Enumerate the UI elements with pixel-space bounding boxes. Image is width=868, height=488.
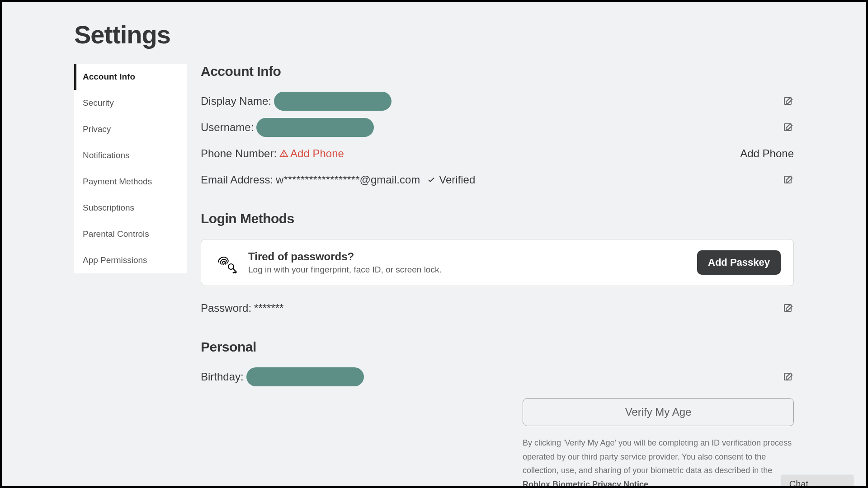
sidebar-item-parental-controls[interactable]: Parental Controls bbox=[74, 221, 187, 247]
sidebar-item-subscriptions[interactable]: Subscriptions bbox=[74, 195, 187, 221]
warning-icon bbox=[279, 149, 288, 158]
edit-icon[interactable] bbox=[783, 174, 794, 185]
sidebar-item-label: Subscriptions bbox=[83, 203, 134, 212]
settings-sidebar: Account Info Security Privacy Notificati… bbox=[74, 64, 187, 273]
verify-my-age-button[interactable]: Verify My Age bbox=[523, 398, 794, 426]
add-phone-button[interactable]: Add Phone bbox=[740, 147, 794, 160]
svg-point-3 bbox=[284, 155, 284, 156]
sidebar-item-label: Account Info bbox=[83, 72, 135, 81]
verified-badge: Verified bbox=[427, 174, 475, 186]
legal-suffix: . bbox=[648, 480, 651, 488]
check-icon bbox=[427, 176, 435, 184]
chat-tab[interactable]: Chat bbox=[781, 475, 854, 486]
sidebar-item-security[interactable]: Security bbox=[74, 90, 187, 116]
legal-prefix: By clicking 'Verify My Age' you will be … bbox=[523, 438, 792, 475]
main-content: Account Info Display Name: Username: bbox=[196, 64, 794, 488]
birthday-redacted bbox=[246, 367, 364, 386]
sidebar-item-label: Privacy bbox=[83, 124, 111, 134]
section-heading-login-methods: Login Methods bbox=[201, 211, 794, 226]
username-redacted bbox=[256, 118, 374, 137]
passkey-card-title: Tired of passwords? bbox=[248, 250, 687, 263]
display-name-redacted bbox=[274, 92, 392, 111]
birthday-row: Birthday: bbox=[201, 367, 794, 386]
chat-tab-label: Chat bbox=[789, 479, 808, 486]
phone-label: Phone Number: bbox=[201, 147, 277, 160]
passkey-card: Tired of passwords? Log in with your fin… bbox=[201, 239, 794, 286]
add-phone-inline-label: Add Phone bbox=[290, 147, 344, 160]
edit-icon[interactable] bbox=[783, 371, 794, 382]
display-name-label: Display Name: bbox=[201, 95, 271, 108]
phone-row: Phone Number: Add Phone Add Phone bbox=[201, 144, 794, 163]
password-label: Password: bbox=[201, 302, 251, 314]
username-row: Username: bbox=[201, 118, 794, 137]
add-phone-inline-link[interactable]: Add Phone bbox=[279, 147, 344, 160]
sidebar-item-account-info[interactable]: Account Info bbox=[74, 64, 187, 90]
edit-icon[interactable] bbox=[783, 122, 794, 133]
sidebar-item-privacy[interactable]: Privacy bbox=[74, 116, 187, 142]
passkey-card-subtitle: Log in with your fingerprint, face ID, o… bbox=[248, 265, 687, 275]
display-name-row: Display Name: bbox=[201, 92, 794, 111]
email-label: Email Address: bbox=[201, 174, 273, 186]
sidebar-item-app-permissions[interactable]: App Permissions bbox=[74, 247, 187, 273]
page-title: Settings bbox=[74, 20, 794, 49]
sidebar-item-label: App Permissions bbox=[83, 255, 147, 265]
sidebar-item-label: Payment Methods bbox=[83, 177, 152, 186]
sidebar-item-label: Parental Controls bbox=[83, 229, 149, 239]
password-value: ******* bbox=[254, 302, 283, 314]
sidebar-item-label: Notifications bbox=[83, 150, 130, 160]
verify-legal-text: By clicking 'Verify My Age' you will be … bbox=[523, 436, 794, 488]
sidebar-item-label: Security bbox=[83, 98, 114, 108]
section-heading-account-info: Account Info bbox=[201, 64, 794, 79]
section-heading-personal: Personal bbox=[201, 339, 794, 355]
fingerprint-key-icon bbox=[214, 250, 238, 275]
birthday-label: Birthday: bbox=[201, 371, 244, 383]
sidebar-item-notifications[interactable]: Notifications bbox=[74, 142, 187, 169]
email-value: w******************@gmail.com bbox=[276, 174, 420, 186]
edit-icon[interactable] bbox=[783, 303, 794, 314]
username-label: Username: bbox=[201, 121, 254, 134]
verified-label: Verified bbox=[439, 174, 475, 186]
add-passkey-button[interactable]: Add Passkey bbox=[697, 250, 781, 275]
legal-link[interactable]: Roblox Biometric Privacy Notice bbox=[523, 480, 648, 488]
password-row: Password: ******* bbox=[201, 299, 794, 318]
verify-age-section: Verify My Age By clicking 'Verify My Age… bbox=[523, 398, 794, 488]
edit-icon[interactable] bbox=[783, 96, 794, 107]
email-row: Email Address: w******************@gmail… bbox=[201, 170, 794, 189]
sidebar-item-payment-methods[interactable]: Payment Methods bbox=[74, 169, 187, 195]
